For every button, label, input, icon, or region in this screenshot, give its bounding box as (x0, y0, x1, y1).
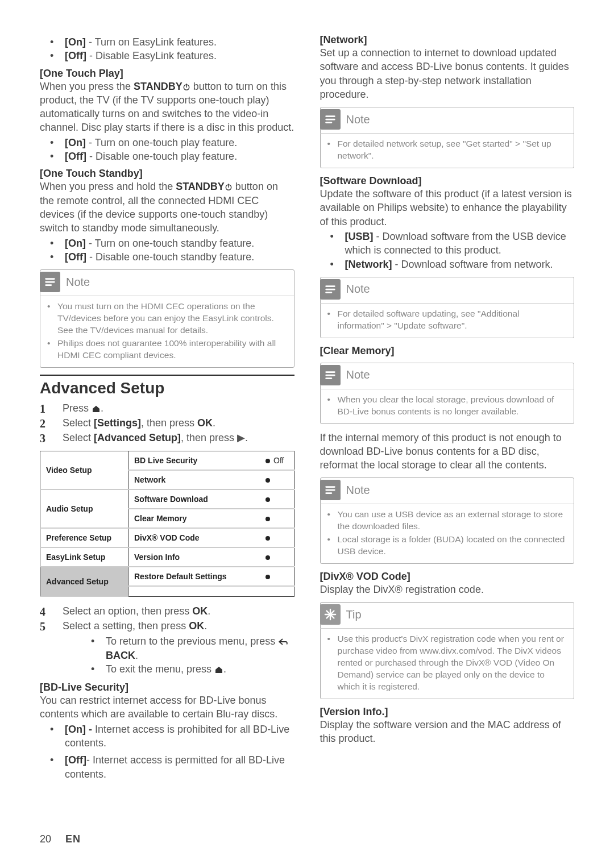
clear-memory-body: If the internal memory of this product i… (320, 431, 575, 472)
menu-left-video: Video Setup (40, 451, 128, 490)
version-info-body: Display the software version and the MAC… (320, 718, 575, 746)
note-clear-memory: Note When you clear the local storage, p… (320, 363, 575, 424)
home-icon (214, 666, 223, 674)
note-icon (320, 109, 341, 130)
bdlive-on: [On] - Internet access is prohibited for… (40, 722, 294, 750)
bdlive-head: [BD-Live Security] (40, 682, 294, 693)
menu-left-advanced: Advanced Setup (40, 567, 128, 596)
software-download-head: [Software Download] (320, 175, 575, 187)
bdlive-body: You can restrict internet access for BD-… (40, 693, 294, 721)
network-body: Set up a connection to internet to downl… (320, 46, 575, 101)
note-easylink: Note You must turn on the HDMI CEC opera… (40, 269, 294, 368)
divx-head: [DivX® VOD Code] (320, 571, 575, 583)
tip-divx: Tip Use this product's DivX registration… (320, 602, 575, 699)
note-icon (40, 272, 60, 292)
clear-memory-head: [Clear Memory] (320, 345, 575, 357)
note-icon (320, 365, 341, 385)
divx-body: Display the DivX® registration code. (320, 583, 575, 596)
steps-top: 1Press . 2Select [Settings], then press … (40, 401, 294, 445)
menu-left-audio: Audio Setup (40, 489, 128, 528)
otp-options: [On] - Turn on one-touch play feature. [… (40, 136, 294, 164)
tip-icon (320, 604, 341, 625)
page-footer: 20 EN (40, 833, 81, 845)
one-touch-play-head: [One Touch Play] (40, 68, 294, 80)
ots-options: [On] - Turn on one-touch standby feature… (40, 236, 294, 264)
opt-off: [Off] - Disable EasyLink features. (50, 49, 294, 63)
note-usb-storage: Note You can use a USB device as an exte… (320, 477, 575, 564)
note-network: Note For detailed network setup, see "Ge… (320, 107, 575, 168)
steps-bottom: 4Select an option, then press OK. 5Selec… (40, 604, 294, 676)
opt-on: [On] - Turn on EasyLink features. (50, 35, 294, 49)
sw-opts: [USB] - Download software from the USB d… (320, 230, 575, 271)
advanced-setup-title: Advanced Setup (40, 375, 294, 397)
bdlive-off: [Off]- Internet access is permitted for … (40, 753, 294, 781)
network-head: [Network] (320, 34, 575, 46)
note-software: Note For detailed software updating, see… (320, 277, 575, 338)
one-touch-standby-body: When you press and hold the STANDBY butt… (40, 180, 294, 235)
easylink-options: [On] - Turn on EasyLink features. [Off] … (40, 35, 294, 63)
note-icon (320, 279, 341, 300)
menu-left-pref: Preference Setup (40, 528, 128, 547)
software-download-body: Update the software of this product (if … (320, 187, 575, 229)
note-icon (320, 480, 341, 500)
home-icon (92, 405, 101, 413)
menu-left-easylink: EasyLink Setup (40, 547, 128, 567)
page-lang: EN (65, 833, 81, 845)
version-info-head: [Version Info.] (320, 706, 575, 718)
back-icon (278, 638, 288, 646)
one-touch-play-body: When you press the STANDBY button to tur… (40, 80, 294, 135)
settings-menu-table: Video Setup BD Live Security Off Network… (40, 451, 294, 597)
one-touch-standby-head: [One Touch Standby] (40, 168, 294, 180)
page-number: 20 (40, 833, 51, 845)
